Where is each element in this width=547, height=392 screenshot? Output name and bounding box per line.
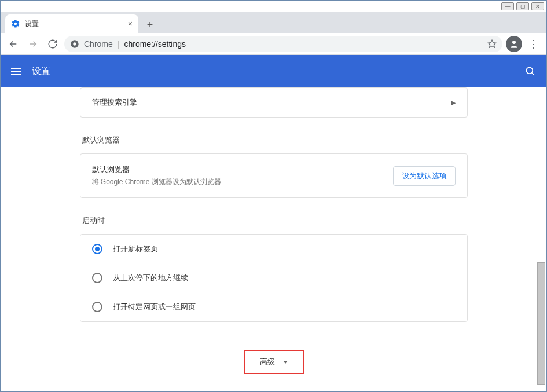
url-prefix: Chrome	[84, 39, 113, 49]
window-maximize-button[interactable]: ▢	[516, 2, 529, 10]
radio-icon[interactable]	[92, 244, 102, 254]
window-close-button[interactable]: ✕	[531, 2, 544, 10]
hamburger-menu-icon[interactable]	[11, 68, 21, 75]
browser-tab-active[interactable]: 设置 ×	[5, 14, 138, 33]
chevron-right-icon: ▶	[451, 99, 456, 107]
radio-icon[interactable]	[92, 302, 102, 312]
svg-point-3	[512, 41, 516, 44]
startup-option-label: 从上次停下的地方继续	[113, 273, 188, 283]
back-button[interactable]	[5, 36, 21, 52]
make-default-button[interactable]: 设为默认选项	[393, 166, 456, 186]
default-browser-subtitle: 将 Google Chrome 浏览器设为默认浏览器	[92, 177, 221, 187]
settings-content-scroll[interactable]: 管理搜索引擎 ▶ 默认浏览器 默认浏览器 将 Google Chrome 浏览器…	[1, 87, 546, 391]
svg-point-4	[526, 67, 533, 74]
profile-avatar-icon[interactable]	[506, 36, 522, 52]
reload-button[interactable]	[45, 36, 61, 52]
address-bar: Chrome | chrome://settings ⋮	[1, 33, 546, 55]
browser-tab-strip: 设置 × +	[1, 12, 546, 33]
bookmark-star-icon[interactable]	[487, 39, 497, 49]
manage-search-engines-card: 管理搜索引擎 ▶	[80, 87, 468, 118]
caret-down-icon	[283, 361, 288, 364]
omnibox[interactable]: Chrome | chrome://settings	[64, 36, 502, 52]
manage-search-engines-label: 管理搜索引擎	[92, 97, 137, 108]
advanced-label: 高级	[260, 357, 275, 367]
close-tab-icon[interactable]: ×	[128, 19, 133, 28]
svg-marker-2	[488, 40, 495, 47]
search-icon[interactable]	[524, 65, 536, 77]
chrome-icon	[70, 39, 79, 49]
url-text: chrome://settings	[124, 39, 186, 49]
default-browser-title: 默认浏览器	[92, 164, 221, 175]
startup-option-continue[interactable]: 从上次停下的地方继续	[80, 263, 467, 292]
settings-header: 设置	[1, 55, 546, 87]
startup-option-label: 打开新标签页	[113, 244, 158, 254]
advanced-toggle-button[interactable]: 高级	[244, 350, 304, 374]
url-separator: |	[118, 39, 120, 49]
settings-header-title: 设置	[32, 65, 50, 78]
gear-icon	[11, 19, 20, 28]
forward-button[interactable]	[25, 36, 41, 52]
manage-search-engines-row[interactable]: 管理搜索引擎 ▶	[80, 88, 467, 117]
window-titlebar: — ▢ ✕	[1, 1, 546, 12]
svg-line-5	[532, 73, 534, 75]
default-browser-section-label: 默认浏览器	[82, 135, 468, 145]
startup-option-specific-pages[interactable]: 打开特定网页或一组网页	[80, 292, 467, 321]
startup-option-new-tab[interactable]: 打开新标签页	[80, 235, 467, 263]
kebab-menu-icon[interactable]: ⋮	[526, 38, 542, 50]
default-browser-card: 默认浏览器 将 Google Chrome 浏览器设为默认浏览器 设为默认选项	[80, 153, 468, 198]
startup-option-label: 打开特定网页或一组网页	[113, 302, 196, 312]
window-minimize-button[interactable]: —	[501, 2, 514, 10]
startup-section-label: 启动时	[82, 215, 468, 226]
new-tab-button[interactable]: +	[142, 17, 158, 33]
radio-icon[interactable]	[92, 273, 102, 283]
svg-point-1	[73, 42, 76, 45]
tab-title: 设置	[25, 19, 39, 29]
scrollbar-thumb[interactable]	[537, 262, 545, 385]
startup-card: 打开新标签页 从上次停下的地方继续 打开特定网页或一组网页	[80, 234, 468, 322]
